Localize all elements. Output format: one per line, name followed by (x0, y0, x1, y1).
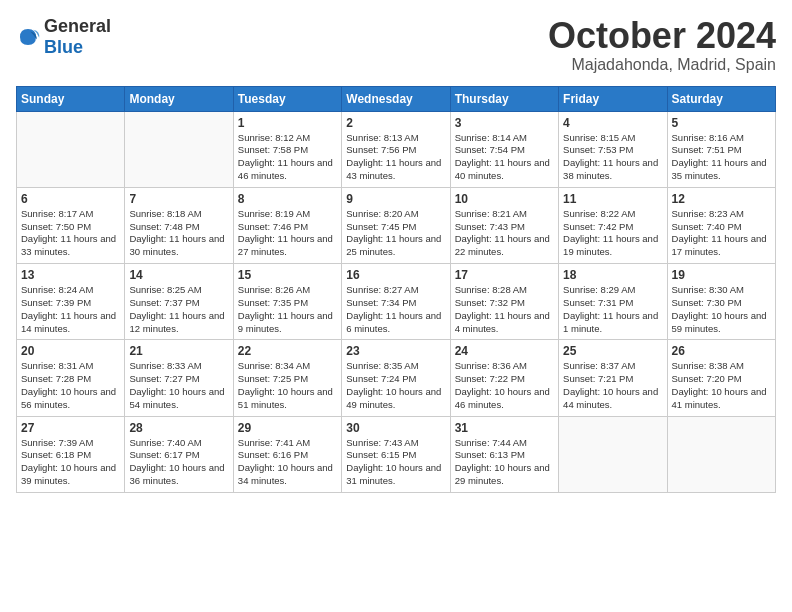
calendar-cell: 15Sunrise: 8:26 AM Sunset: 7:35 PM Dayli… (233, 264, 341, 340)
calendar-table: SundayMondayTuesdayWednesdayThursdayFrid… (16, 86, 776, 493)
calendar-cell: 8Sunrise: 8:19 AM Sunset: 7:46 PM Daylig… (233, 187, 341, 263)
day-number: 30 (346, 421, 445, 435)
day-info: Sunrise: 8:20 AM Sunset: 7:45 PM Dayligh… (346, 208, 445, 259)
month-title: October 2024 (548, 16, 776, 56)
calendar-cell: 22Sunrise: 8:34 AM Sunset: 7:25 PM Dayli… (233, 340, 341, 416)
weekday-header: Saturday (667, 86, 775, 111)
day-number: 18 (563, 268, 662, 282)
calendar-cell: 10Sunrise: 8:21 AM Sunset: 7:43 PM Dayli… (450, 187, 558, 263)
calendar-cell: 9Sunrise: 8:20 AM Sunset: 7:45 PM Daylig… (342, 187, 450, 263)
day-number: 20 (21, 344, 120, 358)
calendar-cell: 18Sunrise: 8:29 AM Sunset: 7:31 PM Dayli… (559, 264, 667, 340)
weekday-header: Thursday (450, 86, 558, 111)
day-number: 10 (455, 192, 554, 206)
day-number: 8 (238, 192, 337, 206)
calendar-cell (125, 111, 233, 187)
calendar-cell: 23Sunrise: 8:35 AM Sunset: 7:24 PM Dayli… (342, 340, 450, 416)
day-info: Sunrise: 8:14 AM Sunset: 7:54 PM Dayligh… (455, 132, 554, 183)
calendar-cell: 7Sunrise: 8:18 AM Sunset: 7:48 PM Daylig… (125, 187, 233, 263)
calendar-cell: 4Sunrise: 8:15 AM Sunset: 7:53 PM Daylig… (559, 111, 667, 187)
day-number: 26 (672, 344, 771, 358)
day-info: Sunrise: 8:12 AM Sunset: 7:58 PM Dayligh… (238, 132, 337, 183)
calendar-cell (559, 416, 667, 492)
calendar-cell: 29Sunrise: 7:41 AM Sunset: 6:16 PM Dayli… (233, 416, 341, 492)
day-number: 25 (563, 344, 662, 358)
calendar-cell: 11Sunrise: 8:22 AM Sunset: 7:42 PM Dayli… (559, 187, 667, 263)
day-number: 27 (21, 421, 120, 435)
day-info: Sunrise: 8:17 AM Sunset: 7:50 PM Dayligh… (21, 208, 120, 259)
calendar-cell: 21Sunrise: 8:33 AM Sunset: 7:27 PM Dayli… (125, 340, 233, 416)
calendar-cell: 6Sunrise: 8:17 AM Sunset: 7:50 PM Daylig… (17, 187, 125, 263)
day-info: Sunrise: 8:31 AM Sunset: 7:28 PM Dayligh… (21, 360, 120, 411)
day-number: 24 (455, 344, 554, 358)
day-info: Sunrise: 8:29 AM Sunset: 7:31 PM Dayligh… (563, 284, 662, 335)
day-number: 15 (238, 268, 337, 282)
calendar-cell: 20Sunrise: 8:31 AM Sunset: 7:28 PM Dayli… (17, 340, 125, 416)
logo-general: General (44, 16, 111, 36)
calendar-cell: 13Sunrise: 8:24 AM Sunset: 7:39 PM Dayli… (17, 264, 125, 340)
day-info: Sunrise: 8:13 AM Sunset: 7:56 PM Dayligh… (346, 132, 445, 183)
day-number: 22 (238, 344, 337, 358)
calendar-cell: 14Sunrise: 8:25 AM Sunset: 7:37 PM Dayli… (125, 264, 233, 340)
logo-blue: Blue (44, 37, 83, 57)
day-number: 13 (21, 268, 120, 282)
day-number: 4 (563, 116, 662, 130)
weekday-header: Monday (125, 86, 233, 111)
calendar-cell: 16Sunrise: 8:27 AM Sunset: 7:34 PM Dayli… (342, 264, 450, 340)
title-block: October 2024 Majadahonda, Madrid, Spain (548, 16, 776, 74)
logo-icon (16, 25, 40, 49)
calendar-cell: 26Sunrise: 8:38 AM Sunset: 7:20 PM Dayli… (667, 340, 775, 416)
day-info: Sunrise: 8:38 AM Sunset: 7:20 PM Dayligh… (672, 360, 771, 411)
day-info: Sunrise: 7:43 AM Sunset: 6:15 PM Dayligh… (346, 437, 445, 488)
day-info: Sunrise: 8:26 AM Sunset: 7:35 PM Dayligh… (238, 284, 337, 335)
calendar-cell: 17Sunrise: 8:28 AM Sunset: 7:32 PM Dayli… (450, 264, 558, 340)
day-info: Sunrise: 8:30 AM Sunset: 7:30 PM Dayligh… (672, 284, 771, 335)
day-info: Sunrise: 7:39 AM Sunset: 6:18 PM Dayligh… (21, 437, 120, 488)
day-number: 12 (672, 192, 771, 206)
calendar-cell: 30Sunrise: 7:43 AM Sunset: 6:15 PM Dayli… (342, 416, 450, 492)
calendar-cell: 31Sunrise: 7:44 AM Sunset: 6:13 PM Dayli… (450, 416, 558, 492)
day-number: 19 (672, 268, 771, 282)
calendar-cell (667, 416, 775, 492)
calendar-cell: 12Sunrise: 8:23 AM Sunset: 7:40 PM Dayli… (667, 187, 775, 263)
logo: General Blue (16, 16, 111, 58)
calendar-week-row: 1Sunrise: 8:12 AM Sunset: 7:58 PM Daylig… (17, 111, 776, 187)
day-info: Sunrise: 8:27 AM Sunset: 7:34 PM Dayligh… (346, 284, 445, 335)
day-number: 16 (346, 268, 445, 282)
day-number: 31 (455, 421, 554, 435)
day-info: Sunrise: 8:22 AM Sunset: 7:42 PM Dayligh… (563, 208, 662, 259)
day-info: Sunrise: 8:21 AM Sunset: 7:43 PM Dayligh… (455, 208, 554, 259)
day-info: Sunrise: 7:40 AM Sunset: 6:17 PM Dayligh… (129, 437, 228, 488)
day-info: Sunrise: 8:15 AM Sunset: 7:53 PM Dayligh… (563, 132, 662, 183)
calendar-cell: 3Sunrise: 8:14 AM Sunset: 7:54 PM Daylig… (450, 111, 558, 187)
calendar-cell: 25Sunrise: 8:37 AM Sunset: 7:21 PM Dayli… (559, 340, 667, 416)
calendar-cell (17, 111, 125, 187)
day-number: 23 (346, 344, 445, 358)
day-number: 29 (238, 421, 337, 435)
calendar-week-row: 13Sunrise: 8:24 AM Sunset: 7:39 PM Dayli… (17, 264, 776, 340)
day-info: Sunrise: 8:28 AM Sunset: 7:32 PM Dayligh… (455, 284, 554, 335)
page-header: General Blue October 2024 Majadahonda, M… (16, 16, 776, 74)
calendar-cell: 19Sunrise: 8:30 AM Sunset: 7:30 PM Dayli… (667, 264, 775, 340)
calendar-week-row: 6Sunrise: 8:17 AM Sunset: 7:50 PM Daylig… (17, 187, 776, 263)
day-info: Sunrise: 8:36 AM Sunset: 7:22 PM Dayligh… (455, 360, 554, 411)
day-info: Sunrise: 8:37 AM Sunset: 7:21 PM Dayligh… (563, 360, 662, 411)
day-info: Sunrise: 8:33 AM Sunset: 7:27 PM Dayligh… (129, 360, 228, 411)
calendar-cell: 2Sunrise: 8:13 AM Sunset: 7:56 PM Daylig… (342, 111, 450, 187)
day-number: 7 (129, 192, 228, 206)
day-number: 3 (455, 116, 554, 130)
day-number: 1 (238, 116, 337, 130)
calendar-cell: 28Sunrise: 7:40 AM Sunset: 6:17 PM Dayli… (125, 416, 233, 492)
calendar-week-row: 27Sunrise: 7:39 AM Sunset: 6:18 PM Dayli… (17, 416, 776, 492)
day-info: Sunrise: 8:16 AM Sunset: 7:51 PM Dayligh… (672, 132, 771, 183)
day-info: Sunrise: 8:25 AM Sunset: 7:37 PM Dayligh… (129, 284, 228, 335)
day-number: 6 (21, 192, 120, 206)
calendar-week-row: 20Sunrise: 8:31 AM Sunset: 7:28 PM Dayli… (17, 340, 776, 416)
weekday-header: Wednesday (342, 86, 450, 111)
location: Majadahonda, Madrid, Spain (548, 56, 776, 74)
day-number: 17 (455, 268, 554, 282)
calendar-cell: 24Sunrise: 8:36 AM Sunset: 7:22 PM Dayli… (450, 340, 558, 416)
day-number: 9 (346, 192, 445, 206)
day-number: 28 (129, 421, 228, 435)
day-number: 14 (129, 268, 228, 282)
